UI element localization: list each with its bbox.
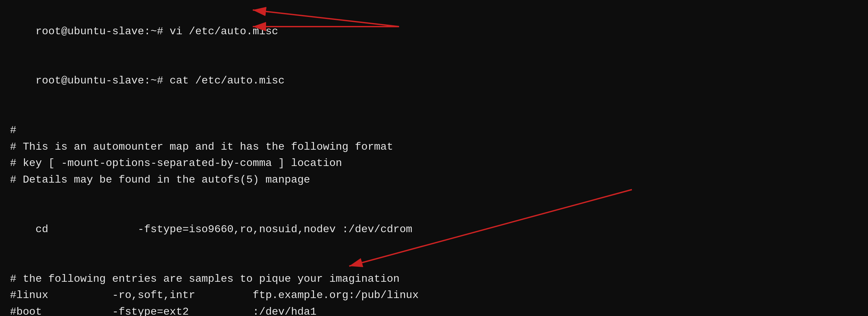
blank-1	[10, 106, 858, 122]
blank-2	[10, 188, 858, 205]
line-comment-3: # key [ -mount-options-separated-by-comm…	[10, 155, 858, 171]
line-1: root@ubuntu-slave:~# vi /etc/auto.misc	[10, 7, 858, 56]
line-comment-4: # Details may be found in the autofs(5) …	[10, 171, 858, 188]
line-2: root@ubuntu-slave:~# cat /etc/auto.misc	[10, 56, 858, 106]
line-comment-2: # This is an automounter map and it has …	[10, 139, 858, 155]
line-comment-1: #	[10, 122, 858, 139]
terminal-window: root@ubuntu-slave:~# vi /etc/auto.misc r…	[0, 0, 868, 316]
line-boot: #boot -fstype=ext2 :/dev/hda1	[10, 304, 858, 316]
line-linux: #linux -ro,soft,intr ftp.example.org:/pu…	[10, 287, 858, 304]
cd-line-text: cd -fstype=iso9660,ro,nosuid,nodev :/dev…	[36, 223, 412, 235]
prompt-1: root@ubuntu-slave:~# vi /etc/auto.misc	[36, 25, 278, 38]
line-samples-header: # the following entries are samples to p…	[10, 271, 858, 287]
line-cd: cd -fstype=iso9660,ro,nosuid,nodev :/dev…	[10, 204, 858, 254]
prompt-2: root@ubuntu-slave:~# cat /etc/auto.misc	[36, 74, 285, 87]
blank-3	[10, 254, 858, 271]
